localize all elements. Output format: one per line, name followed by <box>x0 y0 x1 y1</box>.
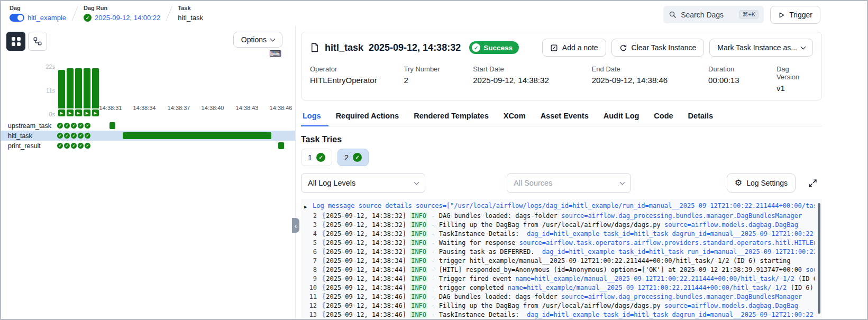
status-badge: ✓ Success <box>469 41 519 54</box>
task-instance-success-icon[interactable]: ✓ <box>78 133 84 139</box>
log-line-number: 6 <box>304 248 317 257</box>
task-instance-success-icon[interactable]: ✓ <box>78 143 84 149</box>
run-duration-bar[interactable] <box>92 68 99 108</box>
options-button[interactable]: Options <box>233 32 282 48</box>
task-instance-success-icon[interactable]: ✓ <box>64 123 70 129</box>
tab-rendered-templates[interactable]: Rendered Templates <box>406 107 496 126</box>
task-gantt-bar[interactable] <box>123 132 271 139</box>
time-axis: 14:38:3114:38:3414:38:3714:38:4014:38:43… <box>1 105 295 112</box>
clear-task-instance-button[interactable]: Clear Task Instance <box>611 39 705 57</box>
task-instance-success-icon[interactable]: ✓ <box>85 123 90 129</box>
task-instance-checks: ✓✓✓✓✓ <box>57 143 90 149</box>
log-line-content: [2025-09-12, 14:38:32] INFO - TaskInstan… <box>322 230 815 239</box>
collapse-panel-handle[interactable]: ‹ <box>292 218 299 233</box>
task-row-hitl-task[interactable]: hitl_task✓✓✓✓✓ <box>1 131 295 141</box>
task-document-icon <box>310 42 319 53</box>
log-viewer: ▶ Log message source details sources=["/… <box>301 199 822 319</box>
run-duration-bar[interactable] <box>75 68 82 108</box>
trigger-label: Trigger <box>789 11 812 19</box>
source-filter-value: All Sources <box>514 179 552 187</box>
log-level-badge: INFO <box>410 257 427 264</box>
search-icon <box>669 11 677 19</box>
log-level-badge: INFO <box>410 248 427 255</box>
task-instance-success-icon[interactable]: ✓ <box>78 123 84 129</box>
task-tries-title: Task Tries <box>301 135 822 144</box>
log-line: 8[2025-09-12, 14:38:44] INFO - [HITL] re… <box>304 266 815 275</box>
time-axis-tick: 14:38:40 <box>202 105 224 111</box>
task-gantt-bar[interactable] <box>109 122 115 129</box>
task-instance-success-icon[interactable]: ✓ <box>64 143 70 149</box>
log-attribute-link: source=airflow.task.operators.airflow.pr… <box>519 239 815 246</box>
task-instance-success-icon[interactable]: ✓ <box>71 133 77 139</box>
tab-logs[interactable]: Logs <box>301 107 328 126</box>
task-name[interactable]: print_result <box>8 142 56 150</box>
try-1-button[interactable]: 1✓ <box>301 149 332 166</box>
log-level-filter[interactable]: All Log Levels <box>301 173 425 193</box>
task-instance-success-icon[interactable]: ✓ <box>57 143 63 149</box>
log-line-content: [2025-09-12, 14:38:46] INFO - DAG bundle… <box>322 292 802 301</box>
task-instance-success-icon[interactable]: ✓ <box>57 123 63 129</box>
graph-view-icon <box>33 36 42 46</box>
run-duration-bar[interactable] <box>84 68 90 108</box>
log-line: 5[2025-09-12, 14:38:32] INFO - Waiting f… <box>304 239 815 248</box>
log-settings-button[interactable]: ⚙ Log Settings <box>727 173 796 193</box>
log-line-number: 13 <box>304 310 317 319</box>
log-attribute-link: source=ai <box>806 266 815 273</box>
log-line-number: 10 <box>304 284 317 292</box>
status-label: Success <box>483 44 513 52</box>
task-name[interactable]: upstream_task <box>8 122 56 130</box>
log-timestamp: [2025-09-12, 14:38:44] <box>322 275 410 282</box>
log-scrollbar[interactable] <box>818 203 820 314</box>
log-attribute-link: source=airflow.dag_processing.bundles.ma… <box>561 212 802 220</box>
graph-view-button[interactable] <box>28 32 47 51</box>
log-message-text: - TaskInstance Details: <box>427 311 527 318</box>
log-timestamp: [2025-09-12, 14:38:46] <box>322 293 410 300</box>
tab-required-actions[interactable]: Required Actions <box>328 107 407 126</box>
log-timestamp: [2025-09-12, 14:38:34] <box>322 257 410 264</box>
breadcrumb-dag-run-link[interactable]: 2025-09-12, 14:00:22 <box>95 14 160 22</box>
run-duration-bar[interactable] <box>67 68 74 108</box>
task-instance-success-icon[interactable]: ✓ <box>85 133 90 139</box>
log-line: 4[2025-09-12, 14:38:32] INFO - TaskInsta… <box>304 230 815 239</box>
tab-audit-log[interactable]: Audit Log <box>596 107 647 126</box>
task-instance-success-icon[interactable]: ✓ <box>57 133 63 139</box>
trigger-button[interactable]: Trigger <box>770 6 820 24</box>
task-rows: upstream_task✓✓✓✓✓hitl_task✓✓✓✓✓print_re… <box>1 121 295 151</box>
log-line-content: [2025-09-12, 14:38:32] INFO - Pausing ta… <box>322 248 815 257</box>
dag-pause-toggle[interactable] <box>10 14 24 22</box>
search-dags-input[interactable]: Search Dags ⌘+K <box>663 6 764 23</box>
log-level-badge: INFO <box>410 230 427 237</box>
task-gantt-bar[interactable] <box>278 142 284 149</box>
tab-asset-events[interactable]: Asset Events <box>533 107 596 126</box>
try-2-button[interactable]: 2✓ <box>337 149 369 166</box>
tab-xcom[interactable]: XCom <box>496 107 533 126</box>
tab-code[interactable]: Code <box>646 107 680 126</box>
task-instance-success-icon[interactable]: ✓ <box>71 143 77 149</box>
task-instance-success-icon[interactable]: ✓ <box>64 133 70 139</box>
task-instance-success-icon[interactable]: ✓ <box>85 143 90 149</box>
log-attribute-link: dag_id=hitl_example task_id=hitl_task ru… <box>542 248 815 255</box>
source-filter[interactable]: All Sources <box>507 173 631 193</box>
meta-value: v1 <box>776 84 813 93</box>
options-label: Options <box>241 35 267 44</box>
tab-details[interactable]: Details <box>681 107 721 126</box>
add-note-button[interactable]: Add a note <box>542 39 606 57</box>
task-row-print-result[interactable]: print_result✓✓✓✓✓ <box>1 141 295 151</box>
breadcrumb-dag-link[interactable]: hitl_example <box>28 14 66 22</box>
meta-label: End Date <box>592 65 708 73</box>
view-toggles <box>6 32 47 51</box>
task-name[interactable]: hitl_task <box>8 132 56 140</box>
task-title: hitl_task <box>325 42 363 53</box>
grid-view-icon <box>12 37 21 46</box>
log-source-header[interactable]: ▶ Log message source details sources=["/… <box>304 202 815 212</box>
meta-label: Duration <box>708 65 776 73</box>
task-instance-success-icon[interactable]: ✓ <box>71 123 77 129</box>
grid-view-button[interactable] <box>6 32 25 51</box>
mark-task-instance-as-button[interactable]: Mark Task Instance as... <box>709 39 813 57</box>
task-row-upstream-task[interactable]: upstream_task✓✓✓✓✓ <box>1 121 295 131</box>
keyboard-shortcuts-icon[interactable]: ⌨ <box>269 50 281 58</box>
meta-try-number: Try Number2 <box>404 65 473 93</box>
run-duration-bar[interactable] <box>58 70 65 108</box>
log-message-text: - trigger completed <box>427 284 508 291</box>
fullscreen-button[interactable] <box>803 173 822 193</box>
